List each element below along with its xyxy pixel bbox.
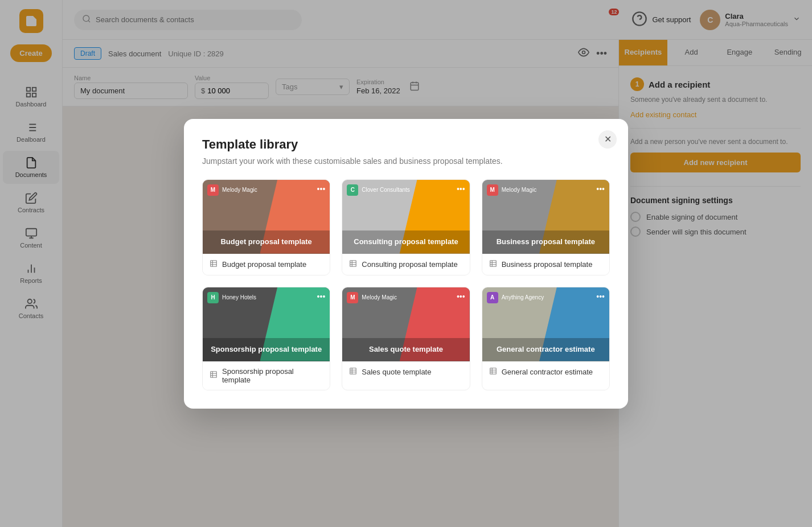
sales-more-icon[interactable]: •••: [457, 292, 465, 301]
sponsorship-footer: Sponsorship proposal template: [203, 361, 330, 390]
contractor-footer: General contractor estimate: [482, 361, 609, 382]
budget-brand-logo: M: [207, 184, 219, 196]
consulting-more-icon[interactable]: •••: [457, 184, 465, 193]
business-brand-bar: M Melody Magic: [487, 184, 605, 196]
budget-brand-name: Melody Magic: [222, 187, 257, 193]
table-icon: [210, 370, 218, 380]
consulting-brand-logo: C: [347, 184, 358, 196]
sponsorship-more-icon[interactable]: •••: [317, 292, 326, 301]
table-icon: [489, 260, 497, 269]
consulting-thumb-label: Consulting proposal template: [342, 230, 469, 254]
consulting-brand-name: Clover Consultants: [362, 187, 409, 193]
business-brand-name: Melody Magic: [502, 187, 537, 193]
budget-name: Budget proposal template: [222, 260, 306, 269]
business-footer: Business proposal template: [482, 254, 609, 275]
svg-rect-35: [350, 368, 356, 374]
template-card-consulting[interactable]: C Clover Consultants ••• Consulting prop…: [342, 179, 470, 275]
consulting-name: Consulting proposal template: [362, 260, 457, 269]
table-icon: [210, 260, 218, 269]
table-icon: [489, 367, 497, 377]
sales-name: Sales quote template: [362, 368, 431, 376]
sponsorship-thumb-label: Sponsorship proposal template: [203, 338, 330, 361]
svg-rect-39: [490, 368, 496, 374]
budget-brand-bar: M Melody Magic: [207, 184, 325, 196]
template-thumbnail-sales: M Melody Magic ••• Sales quote template: [342, 287, 469, 361]
contractor-brand-name: Anything Agency: [502, 294, 544, 300]
template-card-budget[interactable]: M Melody Magic ••• Budget proposal templ…: [202, 179, 330, 275]
template-card-sponsorship[interactable]: H Honey Hotels ••• Sponsorship proposal …: [202, 287, 330, 390]
sponsorship-name: Sponsorship proposal template: [222, 367, 323, 384]
sponsorship-brand-bar: H Honey Hotels: [207, 292, 325, 303]
svg-rect-27: [490, 260, 496, 266]
template-card-business[interactable]: M Melody Magic ••• Business proposal tem…: [482, 179, 610, 275]
modal-subtitle: Jumpstart your work with these customisa…: [202, 157, 610, 166]
sales-brand-bar: M Melody Magic: [347, 292, 465, 303]
modal-overlay: ✕ Template library Jumpstart your work w…: [0, 0, 812, 527]
consulting-footer: Consulting proposal template: [342, 254, 469, 275]
contractor-brand-logo: A: [487, 292, 498, 303]
template-thumbnail-consulting: C Clover Consultants ••• Consulting prop…: [342, 180, 469, 254]
business-more-icon[interactable]: •••: [596, 184, 605, 193]
template-card-contractor[interactable]: A Anything Agency ••• General contractor…: [482, 287, 610, 390]
business-name: Business proposal template: [502, 260, 593, 269]
business-brand-logo: M: [487, 184, 498, 196]
sales-footer: Sales quote template: [342, 361, 469, 382]
template-thumbnail-budget: M Melody Magic ••• Budget proposal templ…: [203, 180, 330, 254]
template-grid: M Melody Magic ••• Budget proposal templ…: [202, 179, 610, 390]
template-thumbnail-business: M Melody Magic ••• Business proposal tem…: [482, 180, 609, 254]
svg-rect-31: [211, 372, 217, 378]
modal-close-button[interactable]: ✕: [598, 130, 617, 149]
contractor-name: General contractor estimate: [502, 368, 593, 376]
budget-thumb-label: Budget proposal template: [203, 230, 330, 254]
contractor-thumb-label: General contractor estimate: [482, 338, 609, 361]
contractor-brand-bar: A Anything Agency: [487, 292, 605, 303]
consulting-brand-bar: C Clover Consultants: [347, 184, 465, 196]
template-thumbnail-sponsorship: H Honey Hotels ••• Sponsorship proposal …: [203, 287, 330, 361]
table-icon: [349, 367, 357, 377]
template-library-modal: ✕ Template library Jumpstart your work w…: [184, 119, 628, 409]
sponsorship-brand-logo: H: [207, 292, 219, 303]
contractor-more-icon[interactable]: •••: [596, 292, 605, 301]
svg-rect-23: [350, 260, 356, 266]
modal-title: Template library: [202, 137, 610, 152]
sales-thumb-label: Sales quote template: [342, 338, 469, 361]
template-card-sales[interactable]: M Melody Magic ••• Sales quote template: [342, 287, 470, 390]
table-icon: [349, 260, 357, 269]
sales-brand-logo: M: [347, 292, 358, 303]
svg-rect-19: [211, 260, 217, 266]
budget-footer: Budget proposal template: [203, 254, 330, 275]
budget-more-icon[interactable]: •••: [317, 184, 326, 193]
sponsorship-brand-name: Honey Hotels: [222, 294, 256, 300]
business-thumb-label: Business proposal template: [482, 230, 609, 254]
sales-brand-name: Melody Magic: [362, 294, 397, 300]
template-thumbnail-contractor: A Anything Agency ••• General contractor…: [482, 287, 609, 361]
